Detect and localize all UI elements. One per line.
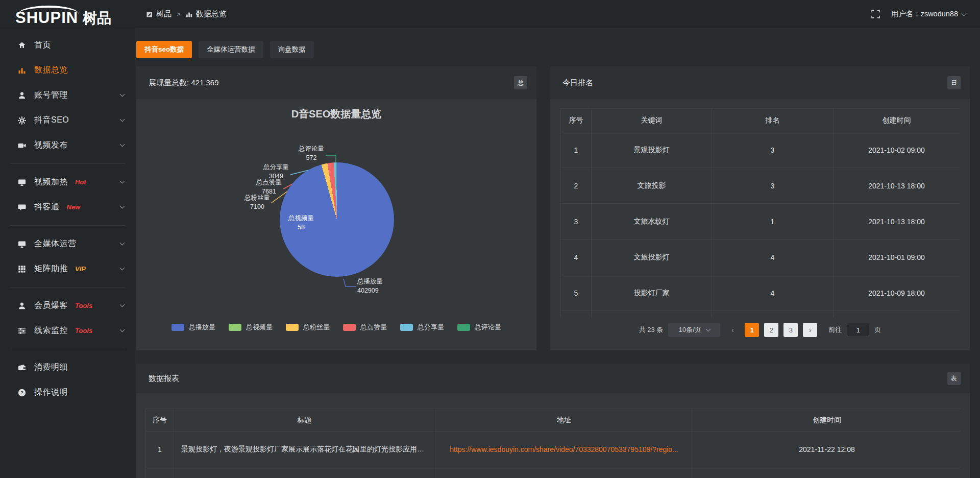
sidebar-item-视频加热[interactable]: 视频加热 Hot [0, 170, 135, 195]
tab-全媒体运营数据[interactable]: 全媒体运营数据 [199, 41, 263, 58]
sidebar-divider [10, 163, 125, 164]
sidebar-divider [10, 287, 125, 288]
sidebar-item-label: 数据总览 [34, 65, 68, 76]
legend-item-总视频量[interactable]: 总视频量 [229, 323, 273, 332]
goto-unit-label: 页 [874, 325, 881, 334]
pie-label-name: 总分享量 [263, 162, 289, 172]
tab-抖音seo数据[interactable]: 抖音seo数据 [136, 41, 192, 58]
screen-icon [17, 178, 27, 187]
data-tabs: 抖音seo数据全媒体运营数据询盘数据 [136, 41, 314, 58]
sidebar-item-label: 账号管理 [34, 90, 68, 101]
sidebar-item-label: 操作说明 [34, 387, 68, 398]
sidebar-item-抖客通[interactable]: 抖客通 New [0, 195, 135, 220]
gear-icon [17, 116, 27, 125]
sidebar-item-label: 线索监控 [34, 325, 68, 336]
video-link[interactable]: https://www.iesdouyin.com/share/video/70… [450, 445, 678, 453]
pie-leader-line [344, 279, 356, 286]
page-button-2[interactable]: 2 [764, 323, 778, 337]
chevron-down-icon [120, 327, 125, 332]
table-view-button[interactable]: 表 [947, 372, 961, 385]
legend-item-总分享量[interactable]: 总分享量 [400, 323, 444, 332]
app-logo[interactable]: SHUPIN 树品 [15, 3, 135, 26]
table-row-clipped [146, 467, 961, 478]
table-row-clipped [561, 311, 960, 318]
sidebar-item-消费明细[interactable]: 消费明细 [0, 355, 135, 380]
overview-panel: 展现量总数: 421,369 总 D音SEO数据量总览 总播放量 总视频量 总粉… [136, 66, 536, 350]
table-cell: 投影灯厂家 [592, 275, 712, 311]
sidebar-item-label: 消费明细 [34, 362, 68, 373]
table-header-row: 序号标题地址创建时间 [146, 409, 961, 432]
legend-swatch [286, 324, 299, 331]
goto-label: 前往 [828, 325, 842, 334]
tab-询盘数据[interactable]: 询盘数据 [270, 41, 314, 58]
page-size-select[interactable]: 10条/页 [668, 323, 720, 337]
legend-swatch [343, 324, 356, 331]
total-view-button[interactable]: 总 [514, 76, 527, 89]
pie-label-value: 7681 [256, 187, 282, 196]
table-cell: 文旅投影灯 [592, 240, 712, 275]
sliders-icon [17, 326, 27, 336]
pie-label-value: 58 [288, 223, 314, 232]
chevron-down-icon [120, 204, 125, 209]
chevron-down-icon [120, 142, 125, 147]
column-header: 关键词 [592, 109, 712, 132]
table-row: 1景观投影灯32021-10-02 09:00 [561, 132, 960, 168]
daily-view-button[interactable]: 日 [947, 76, 961, 89]
page-button-3[interactable]: 3 [783, 323, 798, 337]
pie-label-总评论量: 总评论量 572 [299, 144, 324, 162]
sidebar-item-label: 视频加热 [34, 177, 68, 187]
pie-leader-line [326, 155, 336, 163]
sidebar-item-label: 会员爆客 [34, 300, 68, 311]
sidebar-item-视频发布[interactable]: 视频发布 [0, 133, 135, 158]
breadcrumb-item[interactable]: 树品 [146, 9, 172, 19]
sidebar-item-badge: Tools [75, 327, 92, 334]
sidebar-item-首页[interactable]: 首页 [0, 33, 135, 58]
table-cell: 3 [561, 204, 592, 240]
chevron-down-icon [120, 302, 125, 307]
user-menu[interactable]: 用户名：zswodun88 [891, 9, 966, 19]
table-header-row: 序号关键词排名创建时间 [561, 109, 960, 132]
prev-page-button[interactable]: ‹ [725, 323, 740, 337]
sidebar-item-label: 抖客通 [34, 202, 60, 212]
table-cell: 4 [561, 240, 592, 275]
sidebar-item-全媒体运营[interactable]: 全媒体运营 [0, 231, 135, 256]
sidebar-item-badge: Tools [75, 302, 92, 309]
pie-label-value: 402909 [357, 286, 383, 295]
sidebar-item-操作说明[interactable]: ? 操作说明 [0, 380, 135, 405]
column-header: 创建时间 [834, 109, 960, 132]
overview-panel-header: 展现量总数: 421,369 总 [136, 66, 536, 99]
sidebar-item-会员爆客[interactable]: 会员爆客 Tools [0, 293, 135, 318]
legend-item-总评论量[interactable]: 总评论量 [457, 323, 501, 332]
next-page-button[interactable]: › [803, 323, 817, 337]
page-button-1[interactable]: 1 [745, 323, 759, 337]
goto-page-input[interactable] [847, 323, 869, 337]
logo-text-en: SHUPIN [15, 10, 78, 26]
sidebar-item-抖音SEO[interactable]: 抖音SEO [0, 108, 135, 133]
table-cell: 1 [712, 204, 834, 240]
sidebar-item-badge: Hot [75, 178, 86, 186]
sidebar-item-数据总览[interactable]: 数据总览 [0, 58, 135, 83]
table-cell-index: 1 [146, 432, 174, 467]
sidebar-item-矩阵助推[interactable]: 矩阵助推 VIP [0, 256, 135, 281]
breadcrumb: 树品>数据总览 [146, 0, 227, 28]
video-camera-icon [17, 141, 27, 150]
sidebar-item-线索监控[interactable]: 线索监控 Tools [0, 318, 135, 343]
ranking-panel: 今日排名 日 序号关键词排名创建时间1景观投影灯32021-10-02 09:0… [550, 66, 970, 350]
legend-item-总播放量[interactable]: 总播放量 [172, 323, 215, 332]
legend-label: 总视频量 [246, 323, 273, 332]
chevron-down-icon [962, 11, 967, 16]
legend-item-总粉丝量[interactable]: 总粉丝量 [286, 323, 330, 332]
monitor-icon [17, 240, 27, 249]
table-row: 3文旅水纹灯12021-10-13 18:00 [561, 204, 960, 240]
table-cell-time: 2021-11-22 12:08 [693, 432, 961, 467]
pagination-total: 共 23 条 [639, 325, 664, 334]
fullscreen-icon[interactable] [871, 10, 880, 18]
pie-chart: D音SEO数据量总览 总播放量 总视频量 总粉丝量 总点赞量 总分享量 总评论量 [136, 99, 536, 350]
table-cell: 2021-10-13 18:00 [834, 204, 960, 240]
sidebar-item-账号管理[interactable]: 账号管理 [0, 83, 135, 108]
breadcrumb-item[interactable]: 数据总览 [186, 9, 227, 19]
column-header: 标题 [174, 409, 435, 432]
pie-label-总视频量: 总视频量 58 [288, 213, 314, 232]
legend-item-总点赞量[interactable]: 总点赞量 [343, 323, 387, 332]
logo-text-cn: 树品 [83, 11, 111, 26]
